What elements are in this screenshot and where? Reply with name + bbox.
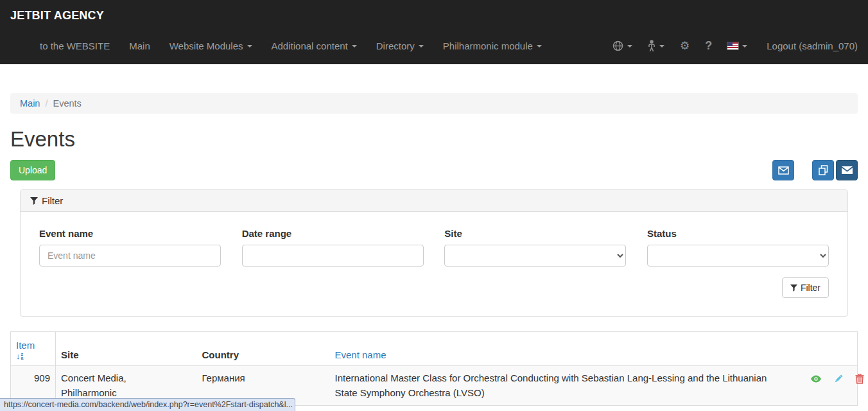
caret-down-icon — [742, 45, 747, 48]
locale-flag-menu[interactable] — [720, 42, 755, 49]
nav-website-modules[interactable]: Website Modules — [169, 40, 252, 51]
gear-icon: ⚙ — [680, 40, 690, 51]
column-header-country: Country — [197, 332, 330, 366]
delete-trash-icon[interactable] — [855, 374, 864, 384]
column-header-event-name: Event name — [330, 332, 796, 366]
copy-icon — [819, 165, 828, 175]
toolbar-right-buttons — [772, 160, 858, 180]
question-mark-icon: ? — [705, 39, 712, 53]
copy-button[interactable] — [812, 160, 834, 180]
filter-panel: Filter Event name Date range Site Status — [20, 189, 848, 317]
globe-icon — [612, 40, 623, 51]
sort-event-name-link[interactable]: Event name — [335, 349, 386, 360]
breadcrumb-main-link[interactable]: Main — [20, 98, 40, 109]
status-select[interactable] — [647, 245, 829, 267]
page-title: Events — [10, 127, 858, 152]
upload-button[interactable]: Upload — [10, 160, 55, 180]
field-date-range: Date range — [242, 228, 424, 267]
event-name-input[interactable] — [39, 245, 221, 267]
status-url-tooltip: https://concert-media.com/backend/web/in… — [0, 398, 295, 411]
main-nav: to the WEBSITE Main Website Modules Addi… — [10, 39, 858, 53]
view-eye-icon[interactable] — [810, 374, 822, 383]
filter-panel-header: Filter — [21, 190, 847, 212]
funnel-icon — [30, 197, 38, 205]
nav-additional-content[interactable]: Additional content — [272, 40, 357, 51]
funnel-icon — [790, 284, 797, 292]
field-event-name: Event name — [39, 228, 221, 267]
sort-item-link[interactable]: Item — [16, 340, 35, 351]
sort-desc-icon: ↓ za — [16, 352, 50, 360]
site-select[interactable] — [444, 245, 626, 267]
user-menu[interactable] — [640, 40, 672, 52]
us-flag-icon — [727, 42, 738, 49]
help-menu[interactable]: ? — [697, 39, 720, 53]
filter-panel-title: Filter — [42, 195, 63, 206]
caret-down-icon — [659, 45, 664, 48]
caret-down-icon — [627, 45, 632, 48]
top-navbar: JETBIT AGENCY to the WEBSITE Main Websit… — [0, 0, 868, 64]
nav-main[interactable]: Main — [129, 40, 150, 51]
cell-actions — [796, 366, 858, 406]
date-range-label: Date range — [242, 228, 424, 239]
column-header-actions — [796, 332, 858, 366]
edit-pencil-icon[interactable] — [833, 374, 844, 384]
nav-to-the-website[interactable]: to the WEBSITE — [40, 40, 110, 51]
navbar-icon-cluster: ⚙ ? Logout (sadmin_070) — [605, 39, 858, 53]
field-status: Status — [647, 228, 829, 267]
person-icon — [648, 40, 655, 52]
filter-panel-body: Event name Date range Site Status — [21, 212, 847, 316]
brand-title: JETBIT AGENCY — [10, 0, 858, 22]
cell-event-name: International Master Class for Orchestra… — [330, 366, 796, 406]
mail-outline-button[interactable] — [772, 160, 794, 180]
caret-down-icon — [247, 45, 252, 48]
filter-submit-button[interactable]: Filter — [782, 277, 829, 298]
breadcrumb-current: Events — [53, 98, 81, 109]
nav-directory[interactable]: Directory — [376, 40, 424, 51]
settings-menu[interactable]: ⚙ — [672, 40, 697, 51]
envelope-outline-icon — [778, 166, 789, 175]
toolbar: Upload — [10, 160, 858, 180]
field-site: Site — [444, 228, 626, 267]
caret-down-icon — [537, 45, 542, 48]
mail-filled-button[interactable] — [836, 160, 858, 180]
date-range-input[interactable] — [242, 245, 424, 267]
language-globe-menu[interactable] — [605, 40, 640, 51]
events-table: Item ↓ za Site Country Event name 909 Co… — [10, 331, 858, 406]
column-header-site: Site — [56, 332, 197, 366]
breadcrumb: Main / Events — [10, 93, 858, 114]
logout-link[interactable]: Logout (sadmin_070) — [755, 40, 858, 51]
status-label: Status — [647, 228, 829, 239]
envelope-filled-icon — [842, 166, 853, 174]
table-header-row: Item ↓ za Site Country Event name — [11, 332, 858, 366]
caret-down-icon — [419, 45, 424, 48]
caret-down-icon — [352, 45, 357, 48]
nav-philharmonic-module[interactable]: Philharmonic module — [443, 40, 542, 51]
breadcrumb-separator: / — [40, 98, 53, 109]
site-label: Site — [444, 228, 626, 239]
event-name-label: Event name — [39, 228, 221, 239]
column-header-item: Item ↓ za — [11, 332, 56, 366]
